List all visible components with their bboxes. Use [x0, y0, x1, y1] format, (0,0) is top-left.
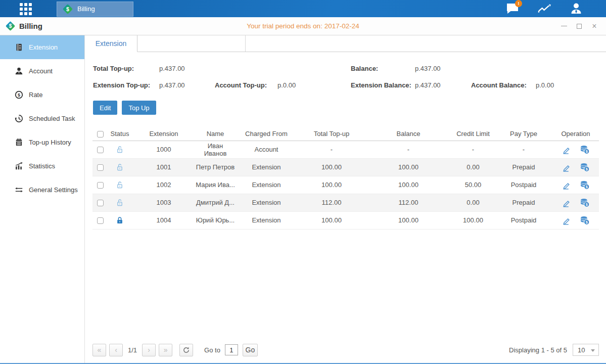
action-buttons: Edit Top Up — [85, 89, 606, 115]
balance-value: p.437.00 — [415, 65, 471, 72]
edit-pencil-icon[interactable] — [562, 215, 572, 225]
row-checkbox[interactable] — [97, 200, 104, 206]
goto-page-input[interactable] — [225, 344, 238, 355]
notifications-chat-icon[interactable]: ! — [506, 2, 519, 15]
row-checkbox[interactable] — [97, 147, 104, 153]
page-indicator: 1/1 — [128, 346, 137, 354]
prev-page-button[interactable]: ‹ — [109, 344, 123, 356]
sidebar-item-rate[interactable]: $Rate — [0, 83, 84, 107]
operation-cell: $ — [552, 194, 599, 211]
name-cell: Дмитрий Д... — [196, 194, 235, 211]
page-size-select[interactable]: 10 — [573, 344, 599, 356]
credit-limit-cell: 100.00 — [451, 211, 495, 229]
first-page-button[interactable]: « — [92, 344, 106, 356]
column-header: Operation — [552, 127, 599, 141]
lock-open-icon[interactable] — [115, 180, 124, 190]
next-page-button[interactable]: › — [142, 344, 156, 356]
balance-cell: - — [365, 141, 451, 158]
last-page-button[interactable]: » — [159, 344, 172, 356]
edit-pencil-icon[interactable] — [562, 162, 572, 172]
taskbar-billing-tab[interactable]: $ Billing — [57, 2, 133, 17]
edit-pencil-icon[interactable] — [562, 180, 572, 190]
lock-open-icon[interactable] — [115, 163, 124, 172]
tab-extension[interactable]: Extension — [85, 35, 137, 52]
column-header: Pay Type — [495, 127, 552, 141]
column-header: Charged From — [235, 127, 298, 141]
topup-coins-icon[interactable]: $ — [580, 145, 590, 155]
user-account-icon[interactable] — [570, 2, 583, 15]
sidebar-item-label: Account — [29, 67, 53, 75]
topup-button[interactable]: Top Up — [122, 101, 156, 115]
operation-cell: $ — [552, 158, 599, 176]
charged-from-cell: Extension — [235, 176, 298, 194]
svg-text:$: $ — [18, 93, 20, 98]
refresh-icon — [182, 346, 190, 354]
rate-icon: $ — [14, 90, 23, 100]
extensions-table-wrap: StatusExtensionNameCharged FromTotal Top… — [92, 127, 599, 230]
pagination-bar: « ‹ 1/1 › » Go to Go Displaying 1 - 5 of… — [85, 340, 606, 363]
svg-text:$: $ — [66, 6, 69, 12]
person-icon — [570, 2, 583, 15]
topup-coins-icon[interactable]: $ — [580, 162, 590, 172]
maximize-button[interactable] — [576, 23, 583, 30]
pay-type-cell: Prepaid — [495, 158, 552, 176]
displaying-text: Displaying 1 - 5 of 5 — [509, 346, 567, 354]
sidebar-item-statistics[interactable]: Statistics — [0, 154, 84, 178]
sidebar-item-scheduled-task[interactable]: Scheduled Task — [0, 107, 84, 130]
account-topup-label: Account Top-up: — [215, 81, 277, 89]
topbar-icons: ! — [506, 2, 583, 15]
edit-pencil-icon[interactable] — [562, 145, 572, 155]
svg-text:$: $ — [9, 23, 12, 29]
balance-cell: 100.00 — [365, 176, 451, 194]
line-chart-icon — [538, 3, 551, 15]
tab-strip: Extension — [85, 35, 606, 52]
table-row: 1000Иван ИвановAccount----$ — [92, 141, 599, 158]
credit-limit-cell: 50.00 — [451, 176, 495, 194]
sidebar: ExtensionAccount$RateScheduled TaskTop-u… — [0, 35, 85, 363]
edit-pencil-icon[interactable] — [562, 198, 572, 208]
lock-open-icon[interactable] — [115, 198, 124, 207]
sidebar-item-account[interactable]: Account — [0, 59, 84, 83]
minimize-button[interactable] — [561, 23, 568, 30]
column-header: Extension — [132, 127, 196, 141]
column-header: Total Top-up — [298, 127, 365, 141]
topup-coins-icon[interactable]: $ — [580, 198, 590, 208]
row-checkbox[interactable] — [97, 217, 104, 224]
pay-type-cell: Postpaid — [495, 176, 552, 194]
window-title-text: Billing — [19, 22, 42, 30]
credit-limit-cell: 0.00 — [451, 194, 495, 211]
go-button[interactable]: Go — [243, 344, 258, 356]
table-row: 1003Дмитрий Д...Extension112.00112.000.0… — [92, 194, 599, 211]
balance-cell: 112.00 — [365, 194, 451, 211]
operation-cell: $ — [552, 176, 599, 194]
close-button[interactable]: × — [591, 23, 598, 30]
refresh-button[interactable] — [179, 344, 193, 356]
billing-dollar-diamond-icon: $ — [62, 4, 73, 15]
page-size-value: 10 — [578, 346, 585, 354]
row-checkbox[interactable] — [97, 182, 104, 189]
total-topup-cell: 100.00 — [298, 176, 365, 194]
sidebar-item-label: Statistics — [29, 162, 55, 170]
billing-dollar-diamond-icon: $ — [5, 21, 16, 31]
edit-button[interactable]: Edit — [93, 101, 117, 115]
select-all-checkbox[interactable] — [97, 131, 104, 138]
topup-coins-icon[interactable]: $ — [580, 215, 590, 225]
sidebar-item-topup-history[interactable]: Top-up History — [0, 130, 84, 154]
row-checkbox[interactable] — [97, 164, 104, 171]
lock-open-icon[interactable] — [115, 145, 124, 154]
total-topup-value: p.437.00 — [159, 65, 215, 72]
topup-coins-icon[interactable]: $ — [580, 180, 590, 190]
sidebar-item-extension[interactable]: Extension — [0, 35, 84, 59]
name-cell: Юрий Юрь... — [196, 211, 235, 229]
pay-type-cell: Prepaid — [495, 194, 552, 211]
total-topup-cell: 100.00 — [298, 158, 365, 176]
extension-cell: 1004 — [132, 211, 196, 229]
credit-limit-cell: - — [451, 141, 495, 158]
topup-history-icon — [14, 138, 23, 147]
lock-closed-icon[interactable] — [115, 216, 124, 225]
resource-monitor-icon[interactable] — [538, 2, 551, 15]
sidebar-item-general-settings[interactable]: General Settings — [0, 178, 84, 202]
app-grid-icon[interactable] — [19, 2, 33, 15]
account-topup-value: p.0.00 — [277, 81, 351, 89]
name-cell: Мария Ива... — [196, 176, 235, 194]
